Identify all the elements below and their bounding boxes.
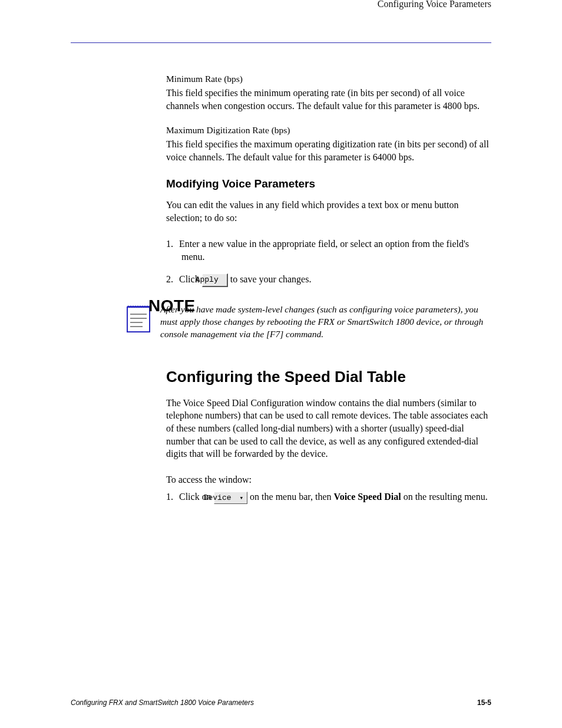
speed-dial-heading: Configuring the Speed Dial Table bbox=[166, 368, 491, 386]
apply-button[interactable]: Apply bbox=[202, 274, 228, 287]
modify-step-2-post: to save your changes. bbox=[228, 274, 312, 284]
device-menu-button[interactable]: Device▾ bbox=[214, 492, 247, 505]
speed-dial-intro: The Voice Speed Dial Configuration windo… bbox=[166, 397, 491, 460]
max-rate-text: This field specifies the maximum operati… bbox=[166, 138, 491, 163]
note-label: NOTE bbox=[148, 297, 196, 315]
modify-step-2: 2.Click Apply to save your changes. bbox=[166, 273, 491, 287]
footer-right: 15-5 bbox=[477, 699, 491, 707]
modify-heading: Modifying Voice Parameters bbox=[166, 177, 491, 190]
min-rate-heading: Minimum Rate (bps) bbox=[166, 74, 491, 84]
modify-intro: You can edit the values in any field whi… bbox=[166, 199, 491, 224]
device-menu-label: Device bbox=[204, 493, 232, 502]
sd-step1-post: on the resulting menu. bbox=[401, 492, 488, 502]
page-header-label: Configuring Voice Parameters bbox=[71, 0, 491, 9]
speed-dial-access: To access the window: bbox=[166, 473, 491, 486]
modify-step-1: 1.Enter a new value in the appropriate f… bbox=[166, 238, 491, 264]
header-rule bbox=[71, 42, 491, 43]
footer-left: Configuring FRX and SmartSwitch 1800 Voi… bbox=[71, 699, 254, 707]
min-rate-text: This field specifies the minimum operati… bbox=[166, 87, 491, 112]
sd-step1-mid: on the menu bar, then bbox=[247, 492, 333, 502]
page-footer: Configuring FRX and SmartSwitch 1800 Voi… bbox=[71, 699, 491, 707]
svg-rect-0 bbox=[127, 307, 150, 332]
speed-dial-step-1: 1.Click on Device▾ on the menu bar, then… bbox=[166, 490, 491, 504]
max-rate-heading: Maximum Digitization Rate (bps) bbox=[166, 125, 491, 136]
note-text: After you have made system-level changes… bbox=[160, 302, 491, 341]
chevron-down-icon: ▾ bbox=[239, 495, 243, 502]
sd-step1-bold: Voice Speed Dial bbox=[334, 492, 401, 502]
modify-step-1-text: Enter a new value in the appropriate fie… bbox=[179, 239, 469, 262]
